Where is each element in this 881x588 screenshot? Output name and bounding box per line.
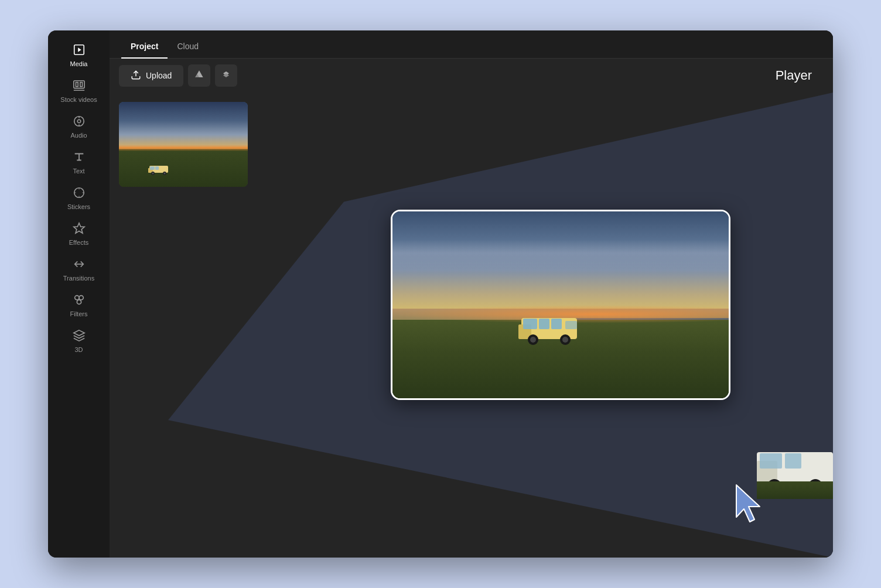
app-window: Media Stock videos: [48, 30, 833, 558]
stock-videos-icon: [73, 79, 86, 94]
svg-rect-31: [523, 319, 537, 329]
main-content: Project Cloud Upload: [110, 30, 833, 558]
svg-point-36: [530, 337, 536, 343]
thumbnail-image: [119, 102, 248, 187]
sidebar-item-3d[interactable]: 3D: [48, 323, 110, 359]
partial-van-right: [757, 440, 833, 499]
media-area: [110, 93, 833, 558]
player-preview: [391, 210, 730, 400]
sidebar-item-text[interactable]: Text: [48, 145, 110, 180]
svg-point-16: [74, 296, 78, 300]
svg-rect-2: [73, 81, 84, 88]
sidebar-item-stickers[interactable]: Stickers: [48, 180, 110, 216]
svg-rect-34: [565, 321, 577, 329]
effects-icon: [73, 222, 86, 237]
sidebar-item-media-label: Media: [70, 60, 88, 67]
media-icon: [73, 43, 86, 58]
sidebar-item-audio[interactable]: Audio: [48, 109, 110, 145]
sidebar-item-filters-label: Filters: [70, 310, 88, 317]
sidebar-item-transitions-label: Transitions: [63, 275, 94, 282]
svg-point-17: [79, 296, 83, 300]
svg-marker-1: [78, 47, 81, 52]
svg-rect-42: [785, 453, 801, 469]
toolbar: Upload Play: [110, 59, 833, 93]
svg-rect-3: [76, 83, 78, 87]
tabs-area: Project Cloud: [110, 30, 833, 59]
van-svg-small: [148, 162, 172, 175]
tab-project[interactable]: Project: [121, 35, 168, 58]
google-drive-icon: [193, 69, 205, 83]
svg-rect-4: [80, 83, 82, 87]
sidebar-item-3d-label: 3D: [74, 346, 83, 353]
sidebar-item-media[interactable]: Media: [48, 37, 110, 73]
upload-icon: [131, 70, 141, 82]
upload-button[interactable]: Upload: [119, 65, 183, 87]
filters-icon: [73, 293, 86, 308]
text-icon: [73, 151, 86, 165]
svg-point-38: [562, 337, 568, 343]
upload-label: Upload: [146, 71, 172, 80]
sidebar-item-audio-label: Audio: [70, 132, 87, 139]
dropbox-button[interactable]: [215, 64, 237, 87]
player-label: Player: [776, 68, 824, 83]
sidebar-item-filters[interactable]: Filters: [48, 288, 110, 323]
stickers-icon: [73, 186, 86, 201]
google-drive-button[interactable]: [188, 64, 210, 87]
svg-point-7: [77, 119, 81, 123]
sidebar-item-stock-videos[interactable]: Stock videos: [48, 73, 110, 109]
sidebar-item-stock-videos-label: Stock videos: [60, 96, 97, 103]
svg-rect-33: [551, 319, 562, 329]
sidebar: Media Stock videos: [48, 30, 110, 558]
svg-rect-23: [155, 166, 159, 170]
sidebar-item-stickers-label: Stickers: [67, 203, 90, 210]
svg-point-18: [77, 300, 81, 304]
media-thumbnail[interactable]: [119, 102, 248, 187]
svg-rect-41: [760, 453, 782, 469]
dropbox-icon: [220, 69, 232, 83]
svg-point-25: [152, 173, 154, 175]
sidebar-item-effects[interactable]: Effects: [48, 216, 110, 252]
van-svg-large: [518, 309, 589, 347]
svg-rect-22: [150, 166, 155, 170]
3d-icon: [73, 329, 86, 344]
tab-cloud[interactable]: Cloud: [168, 35, 208, 58]
sidebar-item-transitions[interactable]: Transitions: [48, 252, 110, 288]
svg-rect-32: [539, 319, 549, 329]
svg-marker-47: [736, 485, 760, 522]
transitions-icon: [73, 258, 86, 272]
svg-point-27: [164, 173, 166, 175]
sidebar-item-text-label: Text: [73, 167, 84, 175]
svg-marker-15: [73, 223, 84, 233]
sidebar-item-effects-label: Effects: [69, 239, 88, 246]
player-image: [392, 211, 729, 398]
audio-icon: [73, 115, 86, 129]
